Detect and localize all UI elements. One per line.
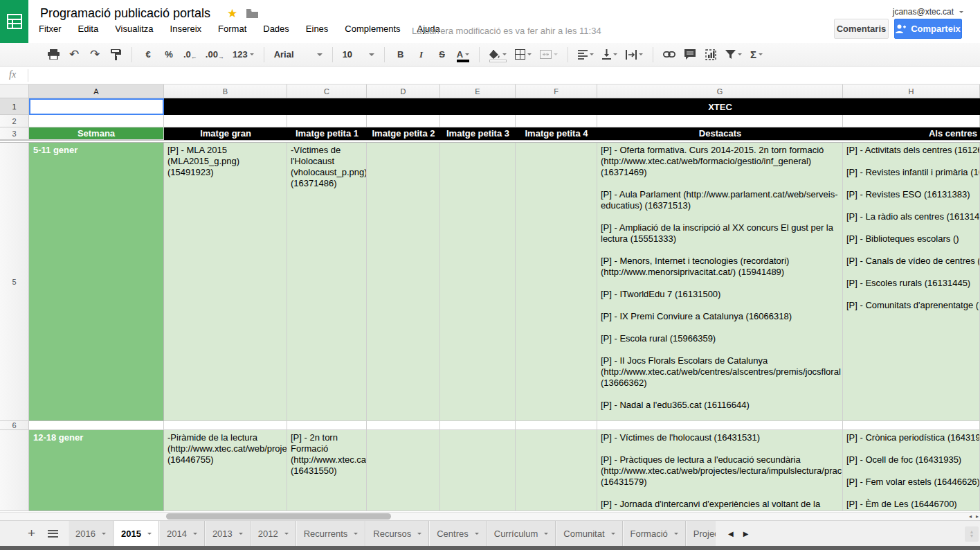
column-header-e[interactable]: E: [440, 85, 516, 98]
share-button[interactable]: Comparteix: [894, 19, 962, 39]
text-wrap-button[interactable]: [624, 46, 645, 63]
column-header-h[interactable]: H: [843, 85, 980, 98]
cell-f7[interactable]: [516, 430, 597, 511]
cell-d5[interactable]: [367, 143, 440, 421]
tab-2012[interactable]: 2012: [251, 521, 296, 546]
decrease-decimals-button[interactable]: .0←: [181, 46, 199, 63]
cell-e6[interactable]: [440, 421, 516, 430]
account-menu[interactable]: jcanas@xtec.cat: [893, 7, 963, 17]
cell-h3-als-centres[interactable]: Als centres: [843, 127, 980, 140]
text-color-button[interactable]: A: [455, 46, 471, 63]
menu-format[interactable]: Format: [218, 24, 246, 34]
menu-visualitza[interactable]: Visualitza: [115, 24, 153, 34]
cell-h7-als-centres[interactable]: [P] - Crònica periodística (164319 [P] -…: [843, 430, 980, 511]
column-header-g[interactable]: G: [597, 85, 843, 98]
menu-complements[interactable]: Complements: [345, 24, 400, 34]
borders-button[interactable]: [513, 46, 534, 63]
cell-f2[interactable]: [516, 115, 597, 127]
column-header-f[interactable]: F: [516, 85, 597, 98]
cell-e2[interactable]: [440, 115, 516, 127]
cell-d7[interactable]: [367, 430, 440, 511]
cell-h5-als-centres[interactable]: [P] - Activitats dels centres (16126 [P]…: [843, 143, 980, 421]
cell-d6[interactable]: [367, 421, 440, 430]
insert-chart-icon[interactable]: [702, 46, 719, 63]
vertical-scroll-corner[interactable]: ▲ ▼: [965, 526, 979, 542]
cell-b5[interactable]: [P] - MLA 2015 (MLA2015_g.png) (15491923…: [164, 143, 287, 421]
row-header-3[interactable]: 3: [0, 127, 29, 140]
tab-formacio[interactable]: Formació: [623, 521, 686, 546]
previous-tabs-icon[interactable]: ◀: [728, 530, 734, 538]
tab-recursos[interactable]: Recursos: [365, 521, 429, 546]
add-sheet-icon[interactable]: +: [28, 526, 35, 541]
cell-b7[interactable]: -Piràmide de la lectura (http://www.xtec…: [164, 430, 287, 511]
all-sheets-icon[interactable]: [48, 528, 58, 539]
horizontal-scrollbar-thumb[interactable]: [166, 513, 391, 520]
menu-eines[interactable]: Eines: [306, 24, 329, 34]
cell-a3-setmana[interactable]: Setmana: [29, 127, 164, 140]
cell-f6[interactable]: [516, 421, 597, 430]
percent-format-button[interactable]: %: [161, 46, 177, 63]
tab-centres[interactable]: Centres: [429, 521, 487, 546]
tab-2013[interactable]: 2013: [205, 521, 251, 546]
tab-2014[interactable]: 2014: [159, 521, 205, 546]
horizontal-align-button[interactable]: [576, 46, 596, 63]
sheets-logo-icon[interactable]: [0, 0, 28, 43]
fill-color-button[interactable]: [487, 46, 509, 63]
print-icon[interactable]: [45, 46, 62, 63]
scroll-right-icon[interactable]: ▸: [976, 513, 979, 520]
cell-a7-week[interactable]: 12-18 gener: [29, 430, 164, 511]
formula-bar[interactable]: [0, 66, 980, 85]
cell-a6[interactable]: [29, 421, 164, 430]
cell-c3-imatge-petita-1[interactable]: Imatge petita 1: [287, 127, 367, 140]
bold-button[interactable]: B: [392, 46, 409, 63]
cell-g7-destacats[interactable]: [P] - Víctimes de l'holocaust (16431531)…: [597, 430, 843, 511]
column-header-c[interactable]: C: [287, 85, 367, 98]
tab-recurrents[interactable]: Recurrents: [296, 521, 366, 546]
row-header-1[interactable]: 1: [0, 98, 29, 115]
cell-g3-destacats[interactable]: Destacats: [597, 127, 843, 140]
move-to-folder-icon[interactable]: [246, 9, 258, 18]
cell-a5-week[interactable]: 5-11 gener: [29, 143, 164, 421]
cell-c5[interactable]: -Víctimes de l'Holocaust (vholocaust_p.p…: [287, 143, 367, 421]
functions-button[interactable]: Σ: [748, 46, 765, 63]
last-modified-status[interactable]: La darrera modificació es va fer ahir a …: [412, 26, 601, 36]
menu-insereix[interactable]: Insereix: [170, 24, 202, 34]
menu-edita[interactable]: Edita: [78, 24, 99, 34]
star-icon[interactable]: ★: [227, 6, 237, 21]
menu-dades[interactable]: Dades: [263, 24, 289, 34]
font-family-select[interactable]: Arial: [270, 46, 327, 63]
cell-b3-imatge-gran[interactable]: Imatge gran: [164, 127, 287, 140]
cell-g6[interactable]: [597, 421, 843, 430]
strikethrough-button[interactable]: S: [434, 46, 451, 63]
cell-f3-imatge-petita-4[interactable]: Imatge petita 4: [516, 127, 597, 140]
italic-button[interactable]: I: [413, 46, 430, 63]
cell-c6[interactable]: [287, 421, 367, 430]
font-size-select[interactable]: 10: [338, 46, 379, 63]
cell-c2[interactable]: [287, 115, 367, 127]
tab-projectes[interactable]: Projectes: [686, 521, 716, 546]
tab-curriculum[interactable]: Currículum: [487, 521, 556, 546]
cell-e5[interactable]: [440, 143, 516, 421]
xtec-banner-row[interactable]: [164, 98, 980, 115]
cell-g5-destacats[interactable]: [P] - Oferta formativa. Curs 2014-2015. …: [597, 143, 843, 421]
paint-format-icon[interactable]: [107, 46, 124, 63]
selected-cell-a1[interactable]: [29, 98, 164, 115]
row-header-7[interactable]: [0, 430, 29, 511]
row-header-2[interactable]: 2: [0, 115, 29, 127]
tab-comunitat[interactable]: Comunitat: [556, 521, 622, 546]
cell-d2[interactable]: [367, 115, 440, 127]
redo-icon[interactable]: ↷: [87, 46, 103, 63]
currency-format-button[interactable]: €: [140, 46, 156, 63]
filter-icon[interactable]: [723, 46, 744, 63]
row-header-5[interactable]: 5: [0, 143, 29, 421]
cell-d3-imatge-petita-2[interactable]: Imatge petita 2: [367, 127, 440, 140]
increase-decimals-button[interactable]: .00→: [203, 46, 226, 63]
cell-e3-imatge-petita-3[interactable]: Imatge petita 3: [440, 127, 516, 140]
cell-h6[interactable]: [843, 421, 980, 430]
next-tabs-icon[interactable]: ▶: [743, 530, 749, 538]
cell-h2[interactable]: [843, 115, 980, 127]
cell-a2[interactable]: [29, 115, 164, 127]
insert-link-icon[interactable]: [661, 46, 678, 63]
cell-b6[interactable]: [164, 421, 287, 430]
tab-2015-active[interactable]: 2015: [114, 521, 159, 546]
